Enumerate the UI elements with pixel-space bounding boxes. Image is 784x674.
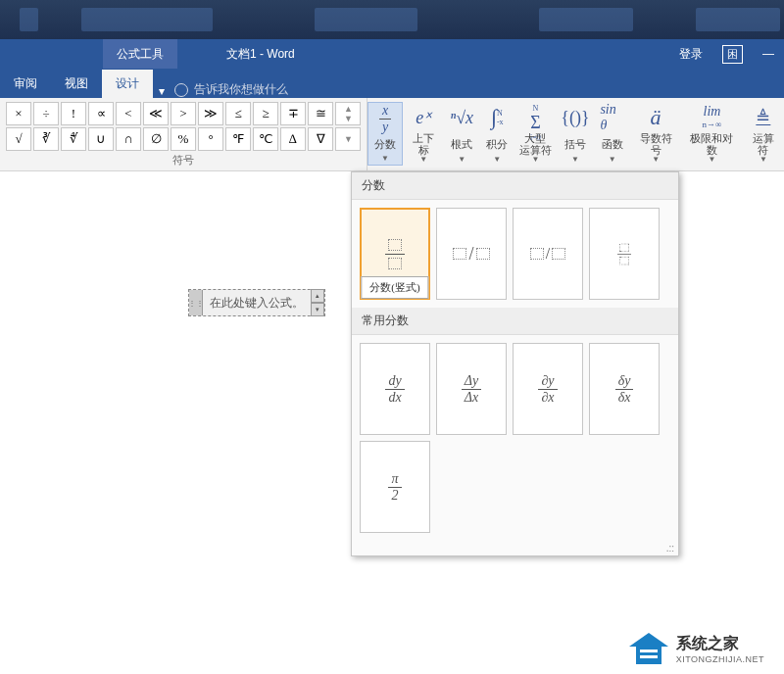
symbol-button[interactable]: ∆: [280, 127, 306, 151]
equation-move-handle[interactable]: ⋮⋮: [189, 290, 203, 315]
large-operator-button[interactable]: NΣi=0 大型 运算符 ▼: [514, 102, 556, 166]
script-button[interactable]: eˣ 上下标 ▼: [403, 102, 444, 166]
symbol-button[interactable]: ∝: [88, 102, 114, 125]
symbol-button[interactable]: ∛: [33, 127, 59, 151]
structures-group: xy 分数 ▼ eˣ 上下标 ▼ ⁿ√x 根式 ▼ ∫N-x 积分 ▼ NΣi=…: [368, 98, 784, 170]
minimize-icon[interactable]: —: [762, 47, 774, 61]
equation-options-up[interactable]: ▴: [311, 289, 324, 303]
equation-placeholder[interactable]: ⋮⋮ 在此处键入公式。 ▴ ▾: [188, 289, 325, 316]
function-button[interactable]: sin θ 函数 ▼: [594, 102, 630, 166]
symbol-button[interactable]: ≥: [253, 102, 278, 125]
limit-button[interactable]: limn→∞ 极限和对数 ▼: [681, 102, 742, 166]
fraction-linear[interactable]: /: [513, 208, 583, 300]
symbol-button[interactable]: %: [171, 127, 196, 151]
symbol-button[interactable]: √: [6, 127, 31, 151]
symbol-button[interactable]: ÷: [33, 102, 59, 125]
symbol-button[interactable]: !: [61, 102, 86, 125]
dropdown-section-fractions: 分数: [352, 172, 678, 200]
tab-view[interactable]: 视图: [51, 70, 102, 98]
symbol-button[interactable]: <: [116, 102, 141, 125]
symbol-button[interactable]: ℃: [253, 127, 278, 151]
document-title: 文档1 - Word: [226, 46, 295, 63]
equation-options-down[interactable]: ▾: [311, 303, 324, 316]
fraction-stacked[interactable]: 分数(竖式): [360, 208, 430, 300]
symbol-grid-more[interactable]: ▼: [335, 127, 361, 151]
fraction-skewed[interactable]: /: [436, 208, 507, 300]
fraction-partial-y-x[interactable]: ∂y∂x: [513, 343, 583, 435]
ribbon: ×÷!∝<≪>≫≤≥∓≅▲▼ √∛∜∪∩∅%°℉℃∆∇▼ 符号 xy 分数 ▼ …: [0, 98, 784, 171]
tab-design[interactable]: 设计: [102, 70, 153, 98]
symbol-button[interactable]: ∇: [308, 127, 333, 151]
symbol-button[interactable]: ∜: [61, 127, 86, 151]
equation-tools-tab[interactable]: 公式工具: [103, 39, 177, 69]
symbol-grid-expand[interactable]: ▲▼: [335, 102, 361, 125]
chevron-down-icon: ▼: [381, 154, 389, 163]
fraction-pi-over-2[interactable]: π2: [360, 441, 430, 533]
dropdown-section-common: 常用分数: [352, 308, 678, 335]
tab-review[interactable]: 审阅: [0, 70, 51, 98]
watermark: 系统之家 XITONGZHIJIA.NET: [629, 633, 764, 664]
bulb-icon: [174, 83, 188, 97]
symbols-group: ×÷!∝<≪>≫≤≥∓≅▲▼ √∛∜∪∩∅%°℉℃∆∇▼ 符号: [0, 98, 368, 170]
operator-button[interactable]: ≜ 运算符 ▼: [743, 102, 784, 166]
watermark-logo-icon: [629, 633, 668, 664]
login-button[interactable]: 登录: [679, 46, 703, 63]
symbol-button[interactable]: ×: [6, 102, 31, 125]
fraction-small-delta-y-x[interactable]: δyδx: [589, 343, 660, 435]
ribbon-display-icon[interactable]: 困: [722, 45, 743, 64]
tooltip: 分数(竖式): [361, 276, 428, 299]
tell-me-search[interactable]: 告诉我你想做什么: [165, 81, 298, 98]
fraction-small[interactable]: [589, 208, 660, 300]
symbol-button[interactable]: >: [171, 102, 196, 125]
symbol-button[interactable]: ≅: [308, 102, 333, 125]
radical-button[interactable]: ⁿ√x 根式 ▼: [444, 102, 479, 166]
symbol-button[interactable]: ∓: [280, 102, 306, 125]
ribbon-tabs: 审阅 视图 设计 ▾ 告诉我你想做什么: [0, 69, 784, 98]
os-titlebar: [0, 0, 784, 39]
symbol-button[interactable]: ≫: [198, 102, 223, 125]
integral-button[interactable]: ∫N-x 积分 ▼: [479, 102, 514, 166]
fraction-dydx[interactable]: dydx: [360, 343, 430, 435]
symbol-button[interactable]: ∅: [143, 127, 169, 151]
resize-grip-icon[interactable]: .::: [352, 541, 678, 555]
fraction-delta-y-delta-x[interactable]: ΔyΔx: [436, 343, 507, 435]
symbol-button[interactable]: ∪: [88, 127, 114, 151]
accent-button[interactable]: ä 导数符号 ▼: [630, 102, 681, 166]
symbol-button[interactable]: ℉: [225, 127, 251, 151]
symbol-button[interactable]: ≤: [225, 102, 251, 125]
symbol-button[interactable]: °: [198, 127, 223, 151]
fraction-button[interactable]: xy 分数 ▼: [368, 102, 403, 166]
app-header: 公式工具 文档1 - Word 登录 困 —: [0, 39, 784, 69]
fraction-dropdown: 分数 分数(竖式) / / 常用分数 dydx ΔyΔx ∂y∂x δyδx π…: [351, 171, 679, 556]
symbol-button[interactable]: ≪: [143, 102, 169, 125]
bracket-button[interactable]: {()} 括号 ▼: [557, 102, 595, 166]
symbol-button[interactable]: ∩: [116, 127, 141, 151]
symbols-label: 符号: [6, 153, 361, 168]
